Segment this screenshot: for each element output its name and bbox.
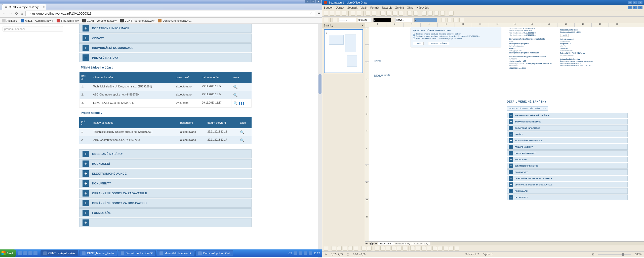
- tab-dimlines[interactable]: Kótovací čáry: [412, 242, 430, 245]
- points-icon[interactable]: [410, 246, 415, 251]
- window-max[interactable]: □: [310, 0, 315, 3]
- pointer-icon[interactable]: [324, 246, 328, 251]
- tab-controls[interactable]: Ovládací prvky: [393, 242, 413, 245]
- window-min[interactable]: –: [628, 1, 632, 4]
- line-style-combo[interactable]: ━━━━ ▾: [339, 18, 356, 22]
- prev-icon[interactable]: ◀: [368, 242, 372, 245]
- section-dokumenty[interactable]: +DOKUMENTY: [79, 179, 252, 188]
- block-arrows-icon[interactable]: [386, 246, 390, 251]
- tab-layout[interactable]: Rozvržení: [378, 242, 393, 245]
- align-icon[interactable]: [444, 246, 448, 251]
- link-icon[interactable]: [428, 11, 433, 16]
- magnifier-icon[interactable]: 🔍: [233, 85, 237, 89]
- flowchart-icon[interactable]: [391, 246, 396, 251]
- save-icon[interactable]: [336, 11, 340, 16]
- line-width-field[interactable]: 0,00cm: [358, 18, 372, 22]
- new-icon[interactable]: [324, 11, 328, 16]
- section-individualni[interactable]: +INDIVIDUÁLNÍ KOMUNIKACE: [79, 43, 252, 52]
- tray-icon[interactable]: [299, 251, 302, 255]
- slide-thumbnail[interactable]: 1: [324, 29, 363, 73]
- align-icon[interactable]: [453, 18, 458, 22]
- redo-icon[interactable]: [413, 11, 418, 16]
- rect-icon[interactable]: [343, 246, 347, 251]
- close-panel-icon[interactable]: ×: [362, 24, 363, 27]
- menu-edit[interactable]: Úpravy: [336, 6, 344, 9]
- section-dodatecne[interactable]: +DODATEČNÉ INFORMACE: [79, 24, 252, 33]
- magnifier-icon[interactable]: 🔍: [233, 93, 237, 97]
- tab-close-icon[interactable]: ×: [43, 5, 45, 9]
- callouts-icon[interactable]: [397, 246, 401, 251]
- cut-icon[interactable]: [380, 11, 385, 16]
- menu-help[interactable]: Nápověda: [417, 6, 429, 9]
- next-icon[interactable]: ▶: [371, 242, 375, 245]
- tray-icon[interactable]: [309, 251, 312, 255]
- tray-icon[interactable]: [304, 251, 307, 255]
- menu-format[interactable]: Formát: [370, 6, 379, 9]
- text-icon[interactable]: [354, 246, 358, 251]
- menu-tools[interactable]: Nástroje: [382, 6, 392, 9]
- start-button[interactable]: Start: [0, 249, 16, 257]
- shadow-icon[interactable]: [441, 18, 446, 22]
- zoom-slider[interactable]: [598, 254, 631, 255]
- ellipse-icon[interactable]: [348, 246, 353, 251]
- magnifier-icon[interactable]: 🔍: [240, 138, 244, 142]
- brush-icon[interactable]: [398, 11, 403, 16]
- quick-icon[interactable]: [33, 251, 37, 255]
- slider-knob[interactable]: [622, 253, 624, 256]
- doc-max[interactable]: □: [633, 6, 637, 9]
- window-min[interactable]: –: [305, 0, 310, 3]
- section-zpravy[interactable]: +ZPRÁVY: [79, 34, 252, 43]
- fill-color-combo[interactable]: ▾: [414, 18, 437, 22]
- first-icon[interactable]: ⏮: [365, 242, 368, 245]
- gallery-icon[interactable]: [432, 246, 437, 251]
- pdf-icon[interactable]: [351, 11, 355, 16]
- scroll-thumb[interactable]: [318, 74, 321, 94]
- section-formulare[interactable]: +FORMULÁŘE: [79, 208, 252, 217]
- zoom-fit-icon[interactable]: ⊡: [592, 253, 594, 256]
- bar-chart-icon[interactable]: ▮▮▮: [238, 101, 245, 105]
- section-opravnene-zad[interactable]: +OPRÁVNĚNÉ OSOBY ZA ZADAVATELE: [79, 189, 252, 198]
- task-lodraw[interactable]: Bez názvu 1 - LibreOf...: [118, 250, 156, 256]
- bookmark[interactable]: CENT - veřejné zakázky: [120, 19, 154, 22]
- clock[interactable]: 11:20: [314, 252, 320, 255]
- last-icon[interactable]: ⏭: [375, 242, 378, 245]
- mail-icon[interactable]: [342, 11, 346, 16]
- symbol-shapes-icon[interactable]: [380, 246, 385, 251]
- arrow-style-icon[interactable]: [324, 18, 328, 22]
- menu-window[interactable]: Okno: [407, 6, 413, 9]
- task-cent[interactable]: CENT - veřejné zakáz...: [41, 250, 78, 256]
- browser-tab[interactable]: ▭ CENT - veřejné zakázky ×: [2, 4, 46, 10]
- print-icon[interactable]: [357, 11, 361, 16]
- task-manual2[interactable]: Manuál dodavatele př...: [157, 250, 194, 256]
- spell-icon[interactable]: [366, 11, 370, 16]
- stars-icon[interactable]: [403, 246, 407, 251]
- magnifier-icon[interactable]: 🔍: [240, 130, 244, 134]
- paste-icon[interactable]: [392, 11, 397, 16]
- distribute-icon[interactable]: [459, 18, 464, 22]
- arrow-icon[interactable]: [337, 246, 342, 251]
- status-zoom[interactable]: 180%: [635, 253, 641, 256]
- section-odeslane[interactable]: +ODESLANÉ NABÍDKY: [79, 149, 252, 158]
- curve-icon[interactable]: [361, 246, 366, 251]
- spell-auto-icon[interactable]: [372, 11, 376, 16]
- chart-icon[interactable]: [422, 11, 427, 16]
- arrange-icon[interactable]: [449, 246, 454, 251]
- window-close[interactable]: ×: [316, 0, 321, 3]
- quick-icon[interactable]: [23, 251, 27, 255]
- glue-icon[interactable]: [416, 246, 420, 251]
- doc-close[interactable]: ×: [638, 6, 642, 9]
- navigator-icon[interactable]: [434, 11, 439, 16]
- section-prijate[interactable]: –PŘIJATÉ NABÍDKY: [79, 53, 252, 62]
- page-scrollbar[interactable]: [318, 24, 322, 258]
- canvas[interactable]: Vyřovice,strany z elektronickézadávání U…: [369, 27, 644, 241]
- task-outlook[interactable]: Doručená pošta - Out...: [195, 250, 233, 256]
- image-icon[interactable]: [427, 246, 431, 251]
- section-aukce[interactable]: +ELEKTRONICKÉ AUKCE: [79, 169, 252, 178]
- menu-insert[interactable]: Vložit: [360, 6, 367, 9]
- doc-min[interactable]: –: [628, 6, 632, 9]
- task-manual[interactable]: CENT_Manual_Zadav...: [79, 250, 117, 256]
- menu-file[interactable]: Soubor: [324, 6, 333, 9]
- bookmark[interactable]: ARES - Administrativní: [21, 19, 53, 22]
- section-more[interactable]: +: [79, 218, 252, 227]
- arrange-icon[interactable]: [447, 18, 452, 22]
